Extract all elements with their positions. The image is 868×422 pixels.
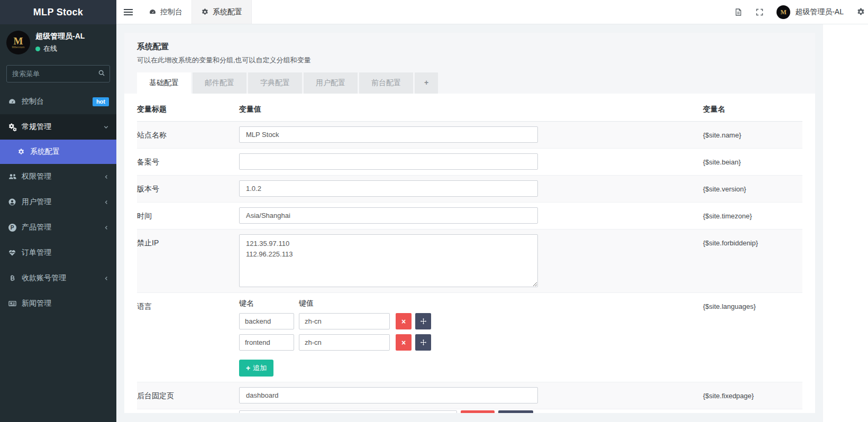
page-subtitle: 可以在此增改系统的变量和分组,也可以自定义分组和变量 <box>137 56 802 65</box>
gauge-icon <box>149 8 157 16</box>
sidebar-item-label: 权限管理 <box>22 172 99 181</box>
column-header: 变量值 <box>239 105 703 114</box>
delete-button[interactable]: × <box>396 313 412 329</box>
kv-key-input[interactable] <box>239 334 294 351</box>
sidebar: MLP Stock M Millennium 超级管理员-AL 在线 <box>0 0 116 422</box>
config-row: 备案号{$site.beian} <box>137 149 802 176</box>
config-variable-name: {$site.name} <box>703 126 802 139</box>
chevron-left-icon <box>104 174 109 180</box>
sidebar-menu: 控制台 hot 常规管理 系统配置 <box>0 89 116 316</box>
config-row-label: 时间 <box>137 207 239 221</box>
kv-key-input[interactable] <box>239 313 294 329</box>
sidebar-user-panel: M Millennium 超级管理员-AL 在线 <box>0 24 116 60</box>
column-header: 变量标题 <box>137 105 239 114</box>
user-icon <box>7 198 17 206</box>
tab-basic-config[interactable]: 基础配置 <box>137 72 191 94</box>
config-row: 后台固定页{$site.fixedpage} <box>137 382 802 409</box>
config-row-label: 语言 <box>137 298 239 311</box>
tab-mail-config[interactable]: 邮件配置 <box>193 72 246 94</box>
config-value-input[interactable] <box>239 207 538 224</box>
config-row: 版本号{$site.version} <box>137 176 802 203</box>
fullscreen-icon[interactable] <box>755 8 764 16</box>
sidebar-item-users[interactable]: 用户管理 <box>0 189 116 215</box>
config-value-input[interactable] <box>239 387 538 403</box>
search-input[interactable] <box>6 65 110 82</box>
tab-dictionary-config[interactable]: 字典配置 <box>248 72 302 94</box>
bitcoin-icon <box>7 274 17 282</box>
config-value-input[interactable] <box>239 126 538 143</box>
app-window: MLP Stock M Millennium 超级管理员-AL 在线 <box>0 0 868 422</box>
sidebar-item-label: 控制台 <box>22 97 88 106</box>
move-handle-button[interactable] <box>415 334 431 351</box>
sidebar-item-news[interactable]: 新闻管理 <box>0 291 116 316</box>
search-icon[interactable] <box>98 69 105 77</box>
sidebar-item-label: 常规管理 <box>22 122 98 132</box>
sidebar-item-label: 新闻管理 <box>22 299 109 308</box>
status-label: 在线 <box>43 44 57 53</box>
config-row: 语言键名键值××+追加{$site.languages} <box>137 293 802 382</box>
sidebar-item-permissions[interactable]: 权限管理 <box>0 164 116 189</box>
panel-heading: 系统配置 可以在此增改系统的变量和分组,也可以自定义分组和变量 基础配置 邮件配… <box>124 33 815 94</box>
tab-user-config[interactable]: 用户配置 <box>304 72 358 94</box>
topbar-user-name: 超级管理员-AL <box>795 7 844 17</box>
chevron-left-icon <box>104 199 109 205</box>
avatar-monogram-sub: Millennium <box>12 45 25 49</box>
config-row: 禁止IP{$site.forbiddenip} <box>137 230 802 293</box>
append-button[interactable]: +追加 <box>239 360 273 377</box>
page-title: 系统配置 <box>137 42 802 52</box>
file-icon[interactable] <box>734 8 743 16</box>
delete-button[interactable]: × <box>396 334 412 351</box>
config-value-input[interactable] <box>239 180 538 197</box>
plus-icon: + <box>246 365 250 372</box>
table-header: 变量标题 变量值 变量名 <box>137 94 802 122</box>
gauge-icon <box>7 97 17 106</box>
config-row: 时间{$site.timezone} <box>137 203 802 230</box>
kv-value-input[interactable] <box>299 334 390 351</box>
move-handle-button[interactable] <box>415 313 431 329</box>
config-panel: 系统配置 可以在此增改系统的变量和分组,也可以自定义分组和变量 基础配置 邮件配… <box>124 33 815 413</box>
sidebar-item-system-config[interactable]: 系统配置 <box>0 140 116 164</box>
avatar: M Millennium <box>6 31 30 54</box>
delete-button[interactable] <box>461 410 495 413</box>
kv-value-input[interactable] <box>299 313 390 329</box>
hot-badge: hot <box>93 97 109 106</box>
sidebar-item-dashboard[interactable]: 控制台 hot <box>0 89 116 114</box>
config-row-label: 备案号 <box>137 153 239 167</box>
config-row-label: 版本号 <box>137 180 239 194</box>
tab-frontend-config[interactable]: 前台配置 <box>359 72 413 94</box>
gear-icon[interactable] <box>856 7 865 16</box>
move-arrows-icon <box>420 318 427 325</box>
sidebar-user-status: 在线 <box>35 44 85 53</box>
sidebar-item-general[interactable]: 常规管理 <box>0 114 116 140</box>
sidebar-item-products[interactable]: P 产品管理 <box>0 215 116 240</box>
add-tab-button[interactable]: + <box>415 72 438 94</box>
kv-row: × <box>239 334 703 351</box>
main-area: 控制台 系统配置 M 超级管理员-AL <box>116 0 868 422</box>
sidebar-item-payment-accounts[interactable]: 收款账号管理 <box>0 265 116 291</box>
menu-toggle-icon[interactable] <box>116 0 140 24</box>
text-input[interactable] <box>239 410 457 413</box>
product-icon: P <box>7 224 17 232</box>
config-row: 站点名称{$site.name} <box>137 122 802 149</box>
chevron-left-icon <box>104 276 109 281</box>
sidebar-item-orders[interactable]: 订单管理 <box>0 240 116 265</box>
avatar: M <box>776 5 790 19</box>
topbar-tab-label: 系统配置 <box>213 7 242 17</box>
topbar-right: M 超级管理员-AL <box>734 0 868 24</box>
gear-icon <box>201 8 209 16</box>
config-row-label: 站点名称 <box>137 126 239 140</box>
topbar-tab-system-config[interactable]: 系统配置 <box>191 0 252 24</box>
config-value-input[interactable] <box>239 153 538 170</box>
sidebar-user-name: 超级管理员-AL <box>35 32 85 41</box>
topbar-user-menu[interactable]: M 超级管理员-AL <box>776 5 844 19</box>
config-variable-name: {$site.languages} <box>703 298 802 310</box>
append-button-label: 追加 <box>253 363 267 373</box>
topbar-tab-dashboard[interactable]: 控制台 <box>140 0 191 24</box>
config-row-label: 后台固定页 <box>137 387 239 401</box>
drag-handle-button[interactable] <box>498 410 533 413</box>
online-status-dot <box>35 47 40 51</box>
config-value-textarea[interactable] <box>239 234 538 287</box>
topbar: 控制台 系统配置 M 超级管理员-AL <box>116 0 868 24</box>
sidebar-item-label: 订单管理 <box>22 248 109 258</box>
chevron-left-icon <box>104 225 109 231</box>
